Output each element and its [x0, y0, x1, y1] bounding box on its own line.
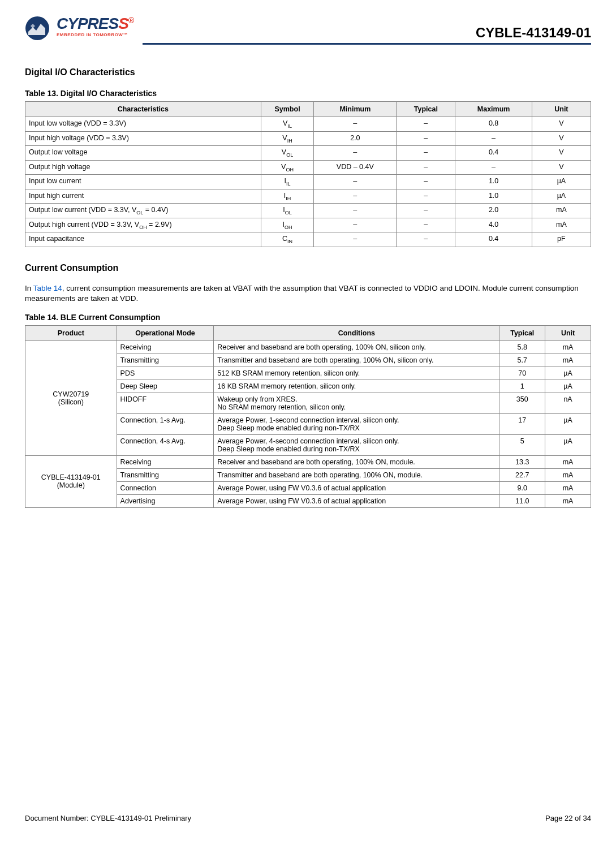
cell-unit: V [532, 131, 591, 146]
footer-page-number: Page 22 of 34 [545, 814, 591, 822]
cell-conditions: Transmitter and baseband are both operat… [214, 353, 499, 367]
cell-min: – [314, 204, 397, 218]
current-consumption-paragraph: In Table 14, current consumption measure… [25, 283, 591, 304]
cell-unit: µA [545, 413, 591, 434]
cell-symbol: IOH [261, 218, 314, 232]
cell-conditions: Receiver and baseband are both operating… [214, 455, 499, 468]
table13-header-cell: Unit [532, 102, 591, 117]
table13-header-cell: Characteristics [25, 102, 261, 117]
cell-min: – [314, 189, 397, 204]
cell-unit: mA [545, 455, 591, 468]
cell-min: – [314, 218, 397, 232]
cell-typical: 22.7 [499, 468, 545, 481]
cell-mode: Connection [117, 481, 214, 494]
cell-conditions: Average Power, 4-second connection inter… [214, 434, 499, 455]
cell-product: CYW20719(Silicon) [25, 340, 117, 455]
cell-symbol: VIL [261, 117, 314, 132]
cell-unit: µA [532, 175, 591, 189]
cell-characteristic: Output high voltage [25, 160, 261, 175]
cell-max: 1.0 [455, 189, 532, 204]
cell-min: – [314, 232, 397, 247]
cell-conditions: Wakeup only from XRES.No SRAM memory ret… [214, 393, 499, 413]
cell-characteristic: Output high current (VDD = 3.3V, VOH = 2… [25, 218, 261, 232]
table13-header-cell: Typical [397, 102, 455, 117]
cell-characteristic: Input high voltage (VDD = 3.3V) [25, 131, 261, 146]
section-digital-io-title: Digital I/O Characteristics [25, 67, 591, 77]
table14-title: Table 14. BLE Current Consumption [25, 313, 591, 322]
table14-header-cell: Unit [545, 325, 591, 340]
header-rule [143, 43, 591, 45]
cell-unit: µA [545, 380, 591, 393]
cell-min: 2.0 [314, 131, 397, 146]
cell-typical: 11.0 [499, 494, 545, 507]
cypress-logo-icon [25, 16, 52, 41]
cell-mode: Transmitting [117, 353, 214, 367]
cell-typ: – [397, 189, 455, 204]
cell-min: – [314, 117, 397, 132]
table14-header-cell: Operational Mode [117, 325, 214, 340]
cell-characteristic: Input capacitance [25, 232, 261, 247]
cell-typ: – [397, 218, 455, 232]
cell-mode: Connection, 1-s Avg. [117, 413, 214, 434]
table13-header-cell: Maximum [455, 102, 532, 117]
cell-unit: µA [545, 434, 591, 455]
cell-characteristic: Input low current [25, 175, 261, 189]
cell-max: 4.0 [455, 218, 532, 232]
cell-characteristic: Input low voltage (VDD = 3.3V) [25, 117, 261, 132]
table-row: CYW20719(Silicon)ReceivingReceiver and b… [25, 340, 591, 353]
svg-point-0 [25, 16, 49, 40]
cell-typ: – [397, 146, 455, 161]
cell-characteristic: Output low voltage [25, 146, 261, 161]
cell-max: 0.8 [455, 117, 532, 132]
cell-unit: µA [532, 189, 591, 204]
cell-typ: – [397, 131, 455, 146]
page-footer: Document Number: CYBLE-413149-01 Prelimi… [25, 803, 591, 822]
cell-mode: Connection, 4-s Avg. [117, 434, 214, 455]
table13-header-cell: Minimum [314, 102, 397, 117]
table-row: Input high voltage (VDD = 3.3V)VIH2.0––V [25, 131, 591, 146]
cell-unit: mA [545, 468, 591, 481]
cell-typical: 1 [499, 380, 545, 393]
cell-mode: Transmitting [117, 468, 214, 481]
cell-typ: – [397, 117, 455, 132]
cell-unit: µA [545, 367, 591, 380]
cell-typ: – [397, 175, 455, 189]
cell-unit: mA [545, 353, 591, 367]
cell-symbol: CIN [261, 232, 314, 247]
cell-unit: nA [545, 393, 591, 413]
cell-conditions: Receiver and baseband are both operating… [214, 340, 499, 353]
cell-mode: Advertising [117, 494, 214, 507]
cell-typical: 9.0 [499, 481, 545, 494]
logo-word: CYPRESS® [57, 16, 133, 32]
cell-max: 1.0 [455, 175, 532, 189]
cell-symbol: VIH [261, 131, 314, 146]
cell-characteristic: Input high current [25, 189, 261, 204]
cell-typical: 350 [499, 393, 545, 413]
section-current-consumption-title: Current Consumption [25, 263, 591, 273]
cell-typ: – [397, 204, 455, 218]
cell-unit: mA [545, 494, 591, 507]
table14-ble-current: ProductOperational ModeConditionsTypical… [25, 325, 591, 508]
cell-symbol: IOL [261, 204, 314, 218]
link-table14[interactable]: Table 14 [33, 284, 62, 292]
table13-title: Table 13. Digital I/O Characteristics [25, 89, 591, 98]
table-row: CYBLE-413149-01(Module)ReceivingReceiver… [25, 455, 591, 468]
table-row: Output low voltageVOL––0.4V [25, 146, 591, 161]
cell-max: 0.4 [455, 232, 532, 247]
cell-typical: 5 [499, 434, 545, 455]
cell-symbol: VOH [261, 160, 314, 175]
cell-unit: mA [532, 204, 591, 218]
cell-conditions: 512 KB SRAM memory retention, silicon on… [214, 367, 499, 380]
cell-unit: V [532, 160, 591, 175]
logo: CYPRESS® EMBEDDED IN TOMORROW™ [25, 16, 133, 41]
cell-typ: – [397, 232, 455, 247]
table-row: Output high current (VDD = 3.3V, VOH = 2… [25, 218, 591, 232]
table-row: Input low voltage (VDD = 3.3V)VIL––0.8V [25, 117, 591, 132]
cell-unit: pF [532, 232, 591, 247]
table14-header-cell: Typical [499, 325, 545, 340]
cell-min: VDD – 0.4V [314, 160, 397, 175]
cell-conditions: Average Power, using FW V0.3.6 of actual… [214, 481, 499, 494]
logo-tagline: EMBEDDED IN TOMORROW™ [57, 33, 133, 37]
table-row: Input low currentIIL––1.0µA [25, 175, 591, 189]
cell-unit: V [532, 117, 591, 132]
